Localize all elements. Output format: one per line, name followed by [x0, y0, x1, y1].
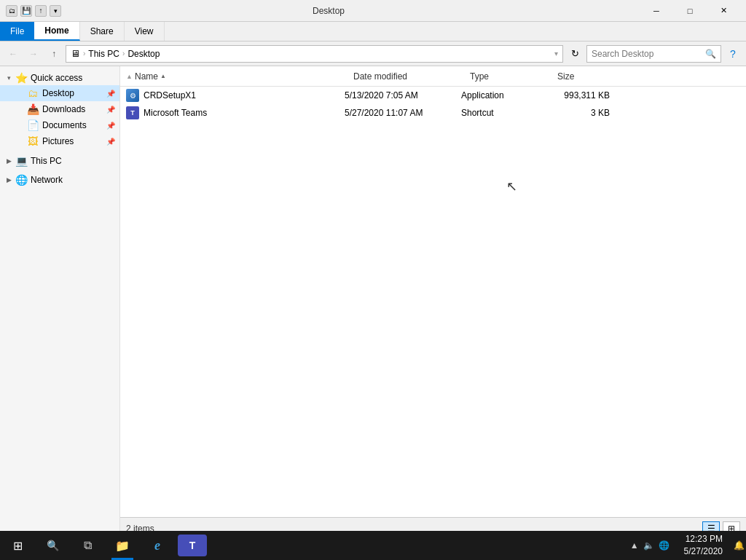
- main-content: ▾ ⭐ Quick access 🗂 Desktop 📌 📥 Downloads…: [0, 66, 746, 539]
- column-name-label: Name: [135, 71, 158, 82]
- window-icon: 🗂: [6, 5, 17, 17]
- documents-folder-icon: 📄: [26, 119, 39, 131]
- taskbar: ⊞ 🔍 ⧉ 📁 e T ▲ 🔈 🌐 12:23 PM 5/27/2020 🔔: [0, 531, 746, 560]
- file-type-teams: Shortcut: [461, 108, 549, 118]
- sidebar-item-downloads[interactable]: 📥 Downloads 📌: [0, 101, 119, 117]
- clock-time: 12:23 PM: [684, 533, 723, 545]
- systray-network-icon[interactable]: 🌐: [659, 540, 670, 551]
- pictures-pin-icon: 📌: [106, 138, 115, 146]
- address-dropdown-icon[interactable]: ▾: [554, 50, 558, 58]
- systray-expand-icon[interactable]: ▲: [630, 540, 639, 551]
- sidebar-item-pictures[interactable]: 🖼 Pictures 📌: [0, 133, 119, 149]
- sidebar-item-desktop[interactable]: 🗂 Desktop 📌: [0, 85, 119, 101]
- minimize-button[interactable]: ─: [640, 0, 673, 22]
- title-bar: 🗂 💾 ↑ ▾ Desktop ─ □ ✕: [0, 0, 746, 22]
- network-icon: 🌐: [15, 174, 28, 186]
- taskbar-clock[interactable]: 12:23 PM 5/27/2020: [675, 533, 731, 558]
- tab-home[interactable]: Home: [34, 22, 79, 41]
- quick-access-chevron: ▾: [4, 74, 13, 82]
- back-button[interactable]: ←: [4, 45, 22, 63]
- path-separator-1: ›: [83, 50, 85, 58]
- search-bar[interactable]: 🔍: [586, 45, 721, 63]
- system-tray: ▲ 🔈 🌐: [624, 531, 675, 560]
- file-date-teams: 5/27/2020 11:07 AM: [345, 108, 461, 118]
- search-icon: 🔍: [705, 49, 716, 59]
- path-desktop[interactable]: Desktop: [127, 49, 160, 59]
- window-title: Desktop: [17, 6, 640, 16]
- file-type-crdsetup: Application: [461, 90, 549, 100]
- downloads-pin-icon: 📌: [106, 106, 115, 114]
- this-pc-header[interactable]: ▶ 💻 This PC: [0, 152, 119, 168]
- tab-view[interactable]: View: [125, 22, 165, 41]
- column-type-label: Type: [470, 71, 489, 82]
- this-pc-label: This PC: [31, 156, 62, 166]
- mouse-cursor: ↖: [506, 180, 746, 193]
- table-row[interactable]: CRDSetupX1 5/13/2020 7:05 AM Application…: [120, 87, 746, 104]
- file-size-crdsetup: 993,311 KB: [549, 90, 621, 100]
- systray-speaker-icon[interactable]: 🔈: [643, 540, 654, 551]
- file-name-label-crdsetup: CRDSetupX1: [144, 90, 196, 100]
- file-area: ▲ Name ▲ Date modified Type Size: [120, 66, 746, 539]
- desktop-folder-icon: 🗂: [26, 87, 39, 99]
- column-header-name[interactable]: Name ▲: [132, 68, 350, 84]
- taskbar-teams-button[interactable]: T: [178, 535, 207, 556]
- maximize-button[interactable]: □: [673, 0, 707, 22]
- tab-file[interactable]: File: [0, 22, 34, 41]
- taskbar-explorer-button[interactable]: 📁: [105, 531, 140, 560]
- ribbon: File Home Share View: [0, 22, 746, 42]
- file-name-crdsetup: CRDSetupX1: [126, 89, 345, 102]
- this-pc-chevron: ▶: [4, 157, 13, 165]
- sidebar-item-documents[interactable]: 📄 Documents 📌: [0, 117, 119, 133]
- file-list-header: ▲ Name ▲ Date modified Type Size: [120, 66, 746, 87]
- column-header-size[interactable]: Size: [554, 68, 627, 84]
- file-name-teams: T Microsoft Teams: [126, 106, 345, 119]
- sidebar-downloads-label: Downloads: [42, 104, 85, 114]
- app-icon-crdsetup: [126, 89, 139, 102]
- quick-access-header[interactable]: ▾ ⭐ Quick access: [0, 69, 119, 85]
- sidebar-pictures-label: Pictures: [42, 136, 74, 146]
- this-pc-icon: 💻: [15, 155, 28, 167]
- tab-share[interactable]: Share: [80, 22, 125, 41]
- search-input[interactable]: [592, 49, 705, 59]
- navigation-bar: ← → ↑ 🖥 › This PC › Desktop ▾ ↻ 🔍 ?: [0, 42, 746, 66]
- documents-pin-icon: 📌: [106, 122, 115, 130]
- network-chevron: ▶: [4, 176, 13, 184]
- network-header[interactable]: ▶ 🌐 Network: [0, 171, 119, 187]
- start-button[interactable]: ⊞: [0, 531, 35, 560]
- refresh-button[interactable]: ↻: [566, 45, 584, 63]
- help-button[interactable]: ?: [724, 45, 742, 63]
- sidebar-documents-label: Documents: [42, 120, 87, 130]
- forward-button[interactable]: →: [25, 45, 42, 63]
- column-size-label: Size: [557, 71, 574, 82]
- taskbar-edge-button[interactable]: e: [140, 531, 175, 560]
- sidebar-desktop-label: Desktop: [42, 88, 74, 98]
- quick-access-label: Quick access: [31, 73, 82, 83]
- teams-icon: T: [126, 106, 139, 119]
- notification-button[interactable]: 🔔: [731, 531, 746, 560]
- address-bar[interactable]: 🖥 › This PC › Desktop ▾: [66, 45, 563, 63]
- column-header-type[interactable]: Type: [467, 68, 554, 84]
- sort-scroll-up[interactable]: ▲: [126, 73, 132, 80]
- file-list: CRDSetupX1 5/13/2020 7:05 AM Application…: [120, 87, 746, 517]
- file-size-teams: 3 KB: [549, 108, 621, 118]
- quick-access-star-icon: ⭐: [15, 72, 28, 84]
- table-row[interactable]: T Microsoft Teams 5/27/2020 11:07 AM Sho…: [120, 104, 746, 122]
- file-name-label-teams: Microsoft Teams: [144, 108, 207, 118]
- network-label: Network: [31, 175, 63, 185]
- ribbon-tabs: File Home Share View: [0, 22, 746, 41]
- file-date-crdsetup: 5/13/2020 7:05 AM: [345, 90, 461, 100]
- pictures-folder-icon: 🖼: [26, 135, 39, 147]
- taskbar-search-button[interactable]: 🔍: [35, 531, 70, 560]
- path-separator-2: ›: [122, 50, 125, 58]
- window-controls: ─ □ ✕: [640, 0, 740, 22]
- sort-arrow-name: ▲: [160, 73, 166, 79]
- path-icon: 🖥: [71, 48, 80, 59]
- sidebar: ▾ ⭐ Quick access 🗂 Desktop 📌 📥 Downloads…: [0, 66, 120, 539]
- downloads-folder-icon: 📥: [26, 103, 39, 115]
- column-header-date[interactable]: Date modified: [350, 68, 467, 84]
- close-button[interactable]: ✕: [707, 0, 740, 22]
- clock-date: 5/27/2020: [684, 545, 723, 558]
- path-this-pc[interactable]: This PC: [88, 49, 119, 59]
- taskbar-taskview-button[interactable]: ⧉: [70, 531, 105, 560]
- up-button[interactable]: ↑: [45, 45, 63, 63]
